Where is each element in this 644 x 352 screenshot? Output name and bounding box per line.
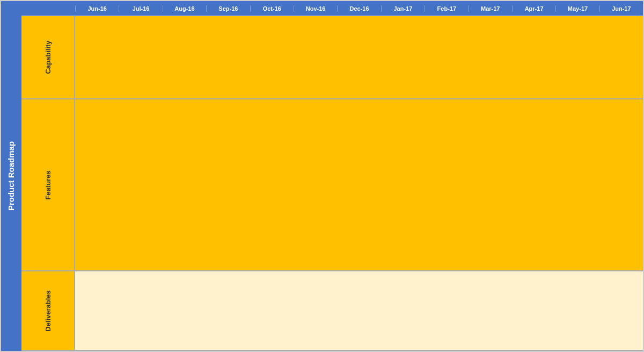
capability-row: Capability bbox=[21, 16, 643, 99]
capability-content bbox=[75, 16, 643, 98]
roadmap-container: Product Roadmap Jun-16Jul-16Aug-16Sep-16… bbox=[0, 0, 644, 352]
deliverables-row: Deliverables bbox=[21, 271, 643, 351]
date-cell: Dec-16 bbox=[337, 5, 380, 12]
date-cell: Jun-16 bbox=[75, 5, 119, 12]
product-roadmap-label: Product Roadmap bbox=[1, 1, 21, 351]
date-cell: Nov-16 bbox=[294, 5, 337, 12]
date-cell: Feb-17 bbox=[425, 5, 468, 12]
date-cell: Jan-17 bbox=[381, 5, 425, 12]
header-row: Jun-16Jul-16Aug-16Sep-16Oct-16Nov-16Dec-… bbox=[21, 1, 643, 16]
features-label: Features bbox=[21, 99, 75, 270]
sections: Capability Features Deliverables bbox=[21, 16, 643, 351]
date-cell: Mar-17 bbox=[469, 5, 512, 12]
features-content bbox=[75, 99, 643, 270]
capability-label: Capability bbox=[21, 16, 75, 98]
date-cell: Jun-17 bbox=[599, 5, 643, 12]
date-cell: Apr-17 bbox=[512, 5, 555, 12]
date-cell: May-17 bbox=[555, 5, 599, 12]
main-content: Jun-16Jul-16Aug-16Sep-16Oct-16Nov-16Dec-… bbox=[21, 1, 643, 351]
date-cell: Jul-16 bbox=[119, 5, 162, 12]
deliverables-label: Deliverables bbox=[21, 271, 75, 350]
date-cell: Oct-16 bbox=[250, 5, 294, 12]
date-cell: Aug-16 bbox=[163, 5, 206, 12]
features-row: Features bbox=[21, 99, 643, 271]
date-cell: Sep-16 bbox=[206, 5, 250, 12]
date-cells: Jun-16Jul-16Aug-16Sep-16Oct-16Nov-16Dec-… bbox=[75, 5, 643, 12]
deliverables-content bbox=[75, 271, 643, 350]
